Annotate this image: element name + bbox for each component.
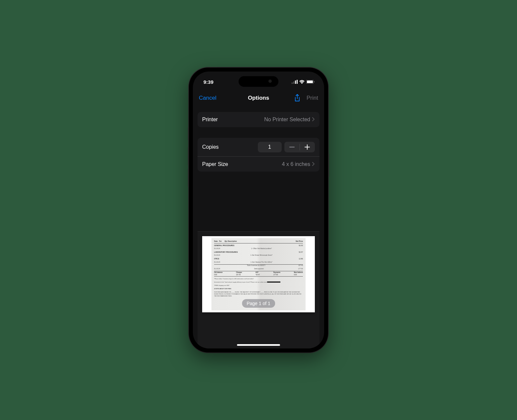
cancel-button[interactable]: Cancel — [199, 95, 216, 101]
settings-group: Copies 1 — [198, 138, 319, 172]
svg-rect-6 — [314, 81, 315, 82]
minus-icon — [289, 147, 295, 147]
svg-rect-0 — [292, 82, 293, 84]
phone-screen: 9:39 Cancel Options Print — [193, 72, 324, 348]
printer-group: Printer No Printer Selected — [198, 112, 319, 127]
copies-stepper — [284, 142, 315, 152]
preview-area[interactable]: Date For Qty Description Net Price GENER… — [198, 231, 319, 348]
increment-button[interactable] — [300, 142, 315, 152]
paper-size-label: Paper Size — [202, 161, 228, 167]
phone-frame: 9:39 Cancel Options Print — [189, 68, 328, 352]
options-content: Printer No Printer Selected Copies 1 — [193, 106, 324, 348]
svg-rect-1 — [293, 81, 294, 84]
cellular-icon — [292, 80, 298, 84]
paper-size-value: 4 x 6 inches — [282, 161, 310, 167]
share-button[interactable] — [294, 94, 301, 102]
svg-rect-5 — [307, 80, 313, 83]
dynamic-island — [239, 76, 278, 87]
nav-bar: Cancel Options Print — [193, 90, 324, 106]
share-icon — [294, 94, 301, 102]
plus-icon — [305, 144, 310, 150]
svg-rect-9 — [305, 147, 310, 147]
print-button[interactable]: Print — [307, 95, 318, 101]
page-title: Options — [248, 95, 269, 101]
page-indicator: Page 1 of 1 — [242, 299, 275, 308]
battery-icon — [306, 80, 315, 84]
printer-row[interactable]: Printer No Printer Selected — [198, 112, 319, 127]
decrement-button[interactable] — [284, 142, 300, 152]
chevron-right-icon — [312, 161, 315, 167]
printer-label: Printer — [202, 117, 218, 123]
status-time: 9:39 — [203, 79, 213, 85]
copies-count[interactable]: 1 — [258, 142, 282, 152]
paper-size-row[interactable]: Paper Size 4 x 6 inches — [198, 156, 319, 172]
chevron-right-icon — [312, 117, 315, 123]
home-indicator[interactable] — [237, 344, 280, 346]
page-preview[interactable]: Date For Qty Description Net Price GENER… — [202, 236, 315, 312]
copies-label: Copies — [202, 144, 219, 150]
svg-rect-7 — [289, 147, 295, 147]
svg-rect-2 — [295, 80, 296, 84]
printer-value: No Printer Selected — [264, 117, 310, 123]
wifi-icon — [299, 80, 305, 84]
svg-rect-3 — [297, 80, 298, 84]
copies-row: Copies 1 — [198, 138, 319, 156]
